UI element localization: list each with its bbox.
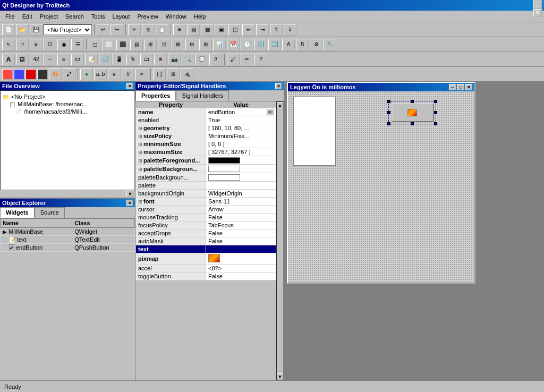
prop-row-focuspolicy[interactable]: focusPolicy TabFocus	[136, 221, 276, 229]
tb-btn-4[interactable]: ▣	[215, 24, 227, 36]
text-tool-c[interactable]: //	[122, 69, 134, 80]
tool-e[interactable]: 📱	[113, 54, 125, 65]
float-close[interactable]: ✕	[465, 84, 472, 90]
tb-btn-9[interactable]: ⇓	[284, 24, 296, 36]
tool-i[interactable]: 📷	[168, 54, 181, 65]
tb-btn-2[interactable]: ▤	[187, 24, 200, 36]
menu-search[interactable]: Search	[62, 12, 87, 21]
canvas-end-button[interactable]	[392, 103, 434, 122]
tool-5[interactable]: ◉	[57, 39, 70, 50]
color-red[interactable]	[26, 69, 36, 80]
tb-btn-6[interactable]: ⇤	[242, 24, 255, 36]
prop-row-cursor[interactable]: cursor Arrow	[136, 206, 276, 214]
float-min[interactable]: ─	[449, 84, 456, 90]
tool-24[interactable]: 🔧	[324, 39, 336, 50]
tool-16[interactable]: 📊	[213, 39, 226, 50]
tool-8[interactable]: ⬜	[103, 39, 115, 50]
prop-row-palette[interactable]: palette	[136, 182, 276, 190]
menu-layout[interactable]: Layout	[109, 12, 133, 21]
tool-b[interactable]: 🏷	[71, 54, 84, 65]
prop-row-text[interactable]: text	[136, 245, 276, 253]
obj-row-millmainbase[interactable]: ▶MillMainBase QWidget	[1, 228, 135, 236]
new-button[interactable]: 📄	[2, 24, 15, 36]
prop-row-minsize[interactable]: ⊞minimumSize [ 0, 0 ]	[136, 140, 276, 148]
code-tool[interactable]: { }	[153, 69, 166, 80]
obj-row-text[interactable]: 📝text QTextEdit	[1, 236, 135, 244]
tool-l[interactable]: //	[209, 54, 222, 65]
prop-row-togglebutton[interactable]: toggleButton False	[136, 272, 276, 280]
prop-row-automask[interactable]: autoMask False	[136, 237, 276, 245]
copy-button[interactable]: ⎘	[142, 24, 155, 36]
tb-btn-7[interactable]: ⇥	[256, 24, 269, 36]
prop-row-bgorigin[interactable]: backgroundOrigin WidgetOrigin	[136, 190, 276, 198]
text-tool-a[interactable]: a..b	[94, 69, 107, 80]
prop-row-name[interactable]: name endButton ✕	[136, 108, 276, 116]
tool-f[interactable]: 🖱	[126, 54, 139, 65]
image-tool[interactable]: 🖼	[16, 54, 29, 65]
prop-row-mousetracking[interactable]: mouseTracking False	[136, 214, 276, 221]
color-tool-1[interactable]	[2, 69, 13, 80]
prop-row-font[interactable]: ⊞font Sans-11	[136, 198, 276, 206]
menu-window[interactable]: Window	[163, 12, 190, 21]
prop-row-maxsize[interactable]: ⊞maximumSize [ 32767, 32767 ]	[136, 148, 276, 156]
tool-g[interactable]: 🗂	[140, 54, 153, 65]
tool-18[interactable]: 🕐	[241, 39, 253, 50]
save-button[interactable]: 💾	[30, 24, 42, 36]
tab-source[interactable]: Source	[35, 207, 65, 218]
tool-7[interactable]: ◻	[89, 39, 101, 50]
tool-21[interactable]: A	[282, 39, 295, 50]
text-tool-d[interactable]: ≈	[135, 69, 148, 80]
open-button[interactable]: 📂	[16, 24, 29, 36]
tab-properties[interactable]: Properties	[135, 90, 176, 101]
close-button[interactable]: ✕	[533, 9, 542, 16]
tool-10[interactable]: ▤	[130, 39, 143, 50]
color-picker[interactable]: 🎨	[49, 69, 62, 80]
file-overview-close[interactable]: ✕	[126, 83, 133, 89]
tool-9[interactable]: ⬛	[116, 39, 129, 50]
tool-14[interactable]: ⊟	[185, 39, 198, 50]
tool-d[interactable]: 🔡	[99, 54, 112, 65]
grid-tool[interactable]: ⊞	[167, 69, 180, 80]
scroll-down[interactable]: ▼	[277, 373, 283, 380]
widget-tool[interactable]: □	[16, 39, 29, 50]
float-max[interactable]: □	[457, 84, 464, 90]
tool-13[interactable]: ⊠	[172, 39, 184, 50]
tb-btn-3[interactable]: ▦	[201, 24, 214, 36]
cut-button[interactable]: ✂	[128, 24, 141, 36]
obj-row-endbutton[interactable]: ✔endButton QPushButton	[1, 244, 135, 252]
arrow-tool[interactable]: ↖	[2, 39, 15, 50]
online-tool[interactable]: ●	[80, 69, 93, 80]
tool-m[interactable]: 🖊	[227, 54, 240, 65]
tree-mill-path[interactable]: 📄 /home/nacsa/eaf3/Milli...	[15, 108, 132, 115]
prop-row-sizepolicy[interactable]: ⊞sizePolicy Minimum/Fixe...	[136, 132, 276, 140]
prop-row-paletteFg[interactable]: ⊞paletteForeground...	[136, 156, 276, 165]
tool-22[interactable]: B	[296, 39, 309, 50]
menu-project[interactable]: Project	[37, 12, 61, 21]
paste-button[interactable]: 📋	[156, 24, 168, 36]
menu-tools[interactable]: Tools	[88, 12, 108, 21]
tool-6[interactable]: ☰	[71, 39, 84, 50]
color-dark[interactable]	[37, 69, 48, 80]
menu-help[interactable]: Help	[191, 12, 209, 21]
undo-button[interactable]: ↩	[97, 24, 109, 36]
tab-signal-handlers[interactable]: Signal Handlers	[176, 90, 229, 101]
tool-n[interactable]: ✏	[241, 54, 253, 65]
project-combo[interactable]: <No Project>	[44, 24, 92, 35]
prop-row-pixmap[interactable]: pixmap	[136, 253, 276, 265]
property-editor-close[interactable]: ✕	[275, 83, 282, 89]
tool-11[interactable]: ⊞	[144, 39, 157, 50]
tool-23[interactable]: ⚙	[310, 39, 322, 50]
text-tool-b[interactable]: #	[108, 69, 121, 80]
num-tool[interactable]: 42	[30, 54, 42, 65]
tool-k[interactable]: 💬	[196, 54, 208, 65]
help-icon[interactable]: ?	[254, 54, 267, 65]
tool-20[interactable]: 🔤	[268, 39, 281, 50]
prop-row-geometry[interactable]: ⊞geometry [ 180, 10, 80, ...	[136, 124, 276, 132]
tool-h[interactable]: 🖱	[154, 54, 167, 65]
design-canvas[interactable]: Legyen Ön is milliomos ─ □ ✕	[284, 82, 544, 380]
scroll-up[interactable]: ▲	[277, 102, 283, 108]
tool-c[interactable]: 📝	[85, 54, 98, 65]
prop-row-paletteBg2[interactable]: paletteBackgroun...	[136, 173, 276, 182]
line-tool[interactable]: ─	[44, 54, 56, 65]
plugin-tool[interactable]: 🔌	[181, 69, 193, 80]
